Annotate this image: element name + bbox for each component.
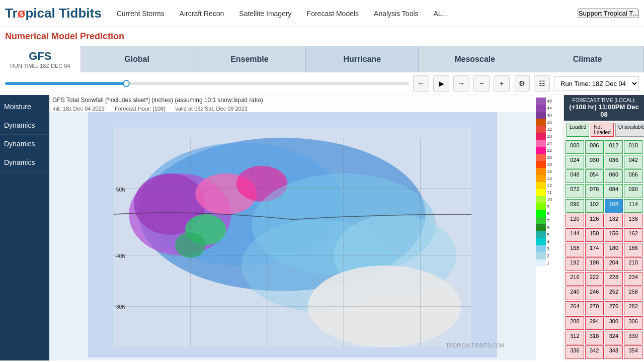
tab-mesoscale[interactable]: Mesoscale xyxy=(419,46,531,72)
model-tabs: GFS RUN TIME: 18Z DEC 04 Global Ensemble… xyxy=(0,46,644,72)
tab-hurricane[interactable]: Hurricane xyxy=(306,46,419,72)
hour-cell[interactable]: 144 xyxy=(566,228,584,242)
hour-cell[interactable]: 258 xyxy=(624,287,642,300)
hour-cell[interactable]: 120 xyxy=(566,214,584,227)
hour-cell[interactable]: 264 xyxy=(566,301,584,315)
hour-cell[interactable]: 042 xyxy=(624,155,642,168)
hour-cell[interactable]: 216 xyxy=(566,272,584,286)
hour-cell[interactable]: 132 xyxy=(605,214,623,227)
scale-label: 1 xyxy=(546,260,549,265)
scale-color-box xyxy=(536,133,546,140)
hour-cell[interactable]: 036 xyxy=(605,155,623,168)
hour-cell[interactable]: 006 xyxy=(585,140,604,154)
slider-thumb[interactable] xyxy=(123,80,130,87)
map-container: GFS Total Snowfall [*includes sleet*] (i… xyxy=(49,95,536,360)
support-button[interactable]: Support Tropical T... xyxy=(578,9,639,18)
hour-cell[interactable]: 156 xyxy=(605,228,623,242)
sidebar-item-dynamics-2[interactable]: Dynamics xyxy=(0,135,49,153)
hour-cell[interactable]: 078 xyxy=(585,184,604,198)
tab-climate[interactable]: Climate xyxy=(531,46,644,72)
nav-aircraft-recon[interactable]: Aircraft Recon xyxy=(180,10,224,18)
hour-cell[interactable]: 018 xyxy=(624,140,642,154)
hour-cell[interactable]: 030 xyxy=(585,155,604,168)
settings-button[interactable]: ⚙ xyxy=(514,75,530,92)
sidebar-item-dynamics-1[interactable]: Dynamics xyxy=(0,116,49,135)
hour-cell[interactable]: 330 xyxy=(624,331,642,344)
hour-cell[interactable]: 210 xyxy=(624,257,642,271)
hour-cell[interactable]: 294 xyxy=(585,316,604,330)
hour-cell[interactable]: 228 xyxy=(605,272,623,286)
hour-cell[interactable]: 168 xyxy=(566,243,584,256)
hour-cell[interactable]: 114 xyxy=(624,199,642,213)
sidebar-item-moisture[interactable]: Moisture xyxy=(0,98,49,116)
hour-cell[interactable]: 336 xyxy=(566,345,584,359)
hour-cell[interactable]: 090 xyxy=(624,184,642,198)
hour-cell[interactable]: 234 xyxy=(624,272,642,286)
hour-cell[interactable]: 174 xyxy=(585,243,604,256)
hour-cell[interactable]: 012 xyxy=(605,140,623,154)
scale-color-box xyxy=(536,196,546,203)
hour-cell[interactable]: 180 xyxy=(605,243,623,256)
nav-al[interactable]: AL... xyxy=(434,10,448,18)
next-button[interactable]: → xyxy=(453,75,469,92)
hour-cell[interactable]: 186 xyxy=(624,243,642,256)
hour-cell[interactable]: 150 xyxy=(585,228,604,242)
play-button[interactable]: ▶ xyxy=(433,75,449,92)
scale-color-box xyxy=(536,126,546,133)
nav-analysis-tools[interactable]: Analysis Tools xyxy=(374,10,418,18)
sidebar-item-dynamics-3[interactable]: Dynamics xyxy=(0,153,49,172)
hour-cell[interactable]: 024 xyxy=(566,155,584,168)
hour-cell[interactable]: 096 xyxy=(566,199,584,213)
run-time-select[interactable]: Run Time: 18Z Dec 04 xyxy=(554,76,639,91)
hour-cell[interactable]: 222 xyxy=(585,272,604,286)
hour-cell[interactable]: 048 xyxy=(566,169,584,183)
hour-cell[interactable]: 276 xyxy=(605,301,623,315)
header: Trøpical Tidbits Current Storms Aircraft… xyxy=(0,0,644,27)
tab-global[interactable]: Global xyxy=(81,46,194,72)
hour-cell[interactable]: 084 xyxy=(605,184,623,198)
hour-cell[interactable]: 138 xyxy=(624,214,642,227)
hour-cell[interactable]: 000 xyxy=(566,140,584,154)
timeline-slider[interactable] xyxy=(5,82,409,85)
scale-label: 22 xyxy=(546,148,552,153)
hour-cell[interactable]: 300 xyxy=(605,316,623,330)
nav-satellite-imagery[interactable]: Satellite Imagery xyxy=(239,10,291,18)
hour-cell[interactable]: 108 xyxy=(605,199,623,213)
prev-button[interactable]: ← xyxy=(413,75,429,92)
minus-button[interactable]: − xyxy=(473,75,490,92)
hour-cell[interactable]: 354 xyxy=(624,345,642,359)
hour-cell[interactable]: 162 xyxy=(624,228,642,242)
hour-cell[interactable]: 102 xyxy=(585,199,604,213)
nav-current-storms[interactable]: Current Storms xyxy=(117,10,165,18)
logo[interactable]: Trøpical Tidbits xyxy=(5,6,102,21)
hour-cell[interactable]: 060 xyxy=(605,169,623,183)
tab-ensemble[interactable]: Ensemble xyxy=(193,46,306,72)
hour-cell[interactable]: 306 xyxy=(624,316,642,330)
hour-cell[interactable]: 054 xyxy=(585,169,604,183)
hour-cell[interactable]: 348 xyxy=(605,345,623,359)
plus-button[interactable]: + xyxy=(494,75,510,92)
color-scale: 484440363228242220181614121110987654321 xyxy=(536,95,564,360)
hour-cell[interactable]: 288 xyxy=(566,316,584,330)
hour-cell[interactable]: 066 xyxy=(624,169,642,183)
map-title: GFS Total Snowfall [*includes sleet*] (i… xyxy=(49,95,536,105)
hour-cell[interactable]: 246 xyxy=(585,287,604,300)
nav-forecast-models[interactable]: Forecast Models xyxy=(307,10,359,18)
hour-cell[interactable]: 252 xyxy=(605,287,623,300)
scale-color-box xyxy=(536,210,546,217)
hour-cell[interactable]: 240 xyxy=(566,287,584,300)
hour-cell[interactable]: 324 xyxy=(605,331,623,344)
grid-button[interactable]: ☷ xyxy=(534,75,550,92)
hour-cell[interactable]: 204 xyxy=(605,257,623,271)
hour-cell[interactable]: 192 xyxy=(566,257,584,271)
scale-color-box xyxy=(536,119,546,126)
hour-cell[interactable]: 198 xyxy=(585,257,604,271)
hour-cell[interactable]: 072 xyxy=(566,184,584,198)
hour-cell[interactable]: 312 xyxy=(566,331,584,344)
hour-cell[interactable]: 270 xyxy=(585,301,604,315)
hour-cell[interactable]: 126 xyxy=(585,214,604,227)
hour-cell[interactable]: 282 xyxy=(624,301,642,315)
hour-cell[interactable]: 318 xyxy=(585,331,604,344)
hour-cell[interactable]: 342 xyxy=(585,345,604,359)
page-title: Numerical Model Prediction xyxy=(5,31,639,42)
